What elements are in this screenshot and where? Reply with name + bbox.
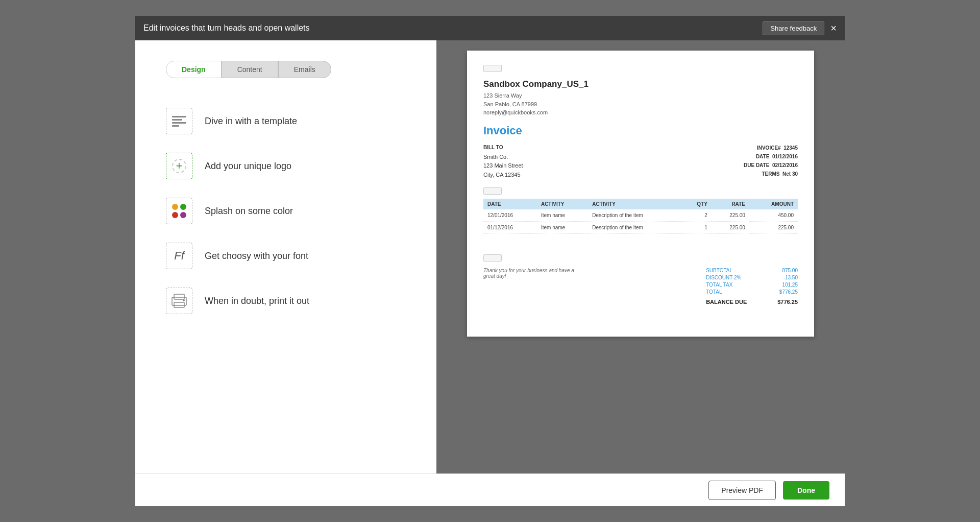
subtotal-row: SUBTOTAL 875.00 [706,268,798,273]
print-label: When in doubt, print it out [205,296,309,306]
bill-to-city: City, CA 12345 [483,171,523,180]
invoice-meta: BILL TO Smith Co. 123 Main Street City, … [483,144,798,180]
feature-template[interactable]: Dive in with a template [166,99,406,144]
dot-red [172,212,178,218]
font-label: Get choosy with your font [205,251,308,262]
th-qty: QTY [682,199,712,209]
logo-icon: + [166,153,192,179]
modal: Edit invoices that turn heads and open w… [135,16,845,506]
preview-pdf-button[interactable]: Preview PDF [708,481,776,500]
invoice-due-date-row: DUE DATE 02/12/2016 [744,161,798,170]
row1-date: 12/01/2016 [483,209,537,222]
total-tax-row: TOTAL TAX 101.25 [706,282,798,288]
row1-qty: 2 [682,209,712,222]
template-label: Dive in with a template [205,116,297,127]
template-line-3 [172,122,186,124]
th-date: DATE [483,199,537,209]
template-line-1 [172,116,186,117]
table-row: 12/01/2016 Item name Description of the … [483,209,798,222]
invoice-table-header: DATE ACTIVITY ACTIVITY QTY RATE AMOUNT [483,199,798,209]
tab-emails[interactable]: Emails [278,61,331,78]
total-value: $776.25 [779,289,798,295]
th-activity1: ACTIVITY [537,199,588,209]
th-activity2: ACTIVITY [588,199,681,209]
feature-color[interactable]: Splash on some color [166,188,406,233]
row2-rate: 225.00 [712,222,749,234]
header-actions: Share feedback × [763,21,837,35]
invoice-terms-row: TERMS Net 30 [744,170,798,178]
subtotal-value: 875.00 [782,268,798,273]
feature-list: Dive in with a template + Add your uniqu… [166,99,406,323]
invoice-table: DATE ACTIVITY ACTIVITY QTY RATE AMOUNT 1… [483,199,798,234]
company-city: San Pablo, CA 87999 [483,100,798,109]
invoice-date-value: 01/12/2016 [772,154,798,159]
subtotal-label: SUBTOTAL [706,268,732,273]
plus-icon: + [176,160,183,172]
feature-font[interactable]: Ff Get choosy with your font [166,233,406,278]
th-rate: RATE [712,199,749,209]
company-email: noreply@quickbooks.com [483,108,798,117]
dot-orange [172,204,178,210]
th-amount: AMOUNT [749,199,798,209]
invoice-terms-label: TERMS [762,171,779,177]
row2-activity: Item name [537,222,588,234]
invoice-terms-value: Net 30 [782,171,798,177]
modal-footer: Preview PDF Done [135,473,845,506]
template-line-2 [172,119,182,121]
tab-content[interactable]: Content [222,61,278,78]
feature-print[interactable]: When in doubt, print it out [166,278,406,323]
row1-activity: Item name [537,209,588,222]
invoice-number-label: INVOICE# [757,145,781,151]
discount-value: -13.50 [783,275,798,280]
close-button[interactable]: × [830,23,837,33]
row2-description: Description of the item [588,222,681,234]
invoice-preview: Sandbox Company_US_1 123 Sierra Way San … [467,51,814,337]
invoice-footer-row: Thank you for your business and have a g… [483,268,798,305]
total-tax-label: TOTAL TAX [706,282,732,288]
row1-description: Description of the item [588,209,681,222]
balance-due-row: BALANCE DUE $776.25 [706,299,798,305]
total-row: TOTAL $776.25 [706,289,798,295]
table-row: 01/12/2016 Item name Description of the … [483,222,798,234]
logo-plus-circle: + [172,159,186,173]
total-label: TOTAL [706,289,722,295]
left-panel: Design Content Emails [135,40,436,473]
invoice-footer-area: Thank you for your business and have a g… [483,254,798,305]
logo-label: Add your unique logo [205,161,291,172]
invoice-number-value: 12345 [783,145,798,151]
invoice-preview-panel: Sandbox Company_US_1 123 Sierra Way San … [436,40,845,473]
done-button[interactable]: Done [783,481,829,500]
invoice-due-date-label: DUE DATE [744,162,769,168]
company-street: 123 Sierra Way [483,91,798,100]
table-section-handle[interactable] [483,187,502,195]
company-section-handle[interactable] [483,65,502,72]
tab-design[interactable]: Design [166,61,222,78]
total-tax-value: 101.25 [782,282,798,288]
modal-header: Edit invoices that turn heads and open w… [135,16,845,40]
color-dots-grid [172,204,186,218]
table-header-row: DATE ACTIVITY ACTIVITY QTY RATE AMOUNT [483,199,798,209]
invoice-due-date-value: 02/12/2016 [772,162,798,168]
color-icon [166,198,192,224]
font-icon: Ff [166,243,192,269]
svg-rect-1 [174,294,184,299]
balance-due-label: BALANCE DUE [706,299,747,305]
print-icon-svg [170,292,188,310]
row2-qty: 1 [682,222,712,234]
bill-to-label: BILL TO [483,144,523,152]
discount-row: DISCOUNT 2% -13.50 [706,275,798,280]
invoice-table-body: 12/01/2016 Item name Description of the … [483,209,798,234]
balance-due-value: $776.25 [777,299,798,305]
print-icon [166,288,192,314]
bill-to-address: 123 Main Street [483,161,523,171]
company-address: 123 Sierra Way San Pablo, CA 87999 norep… [483,91,798,117]
template-icon-lines [172,116,186,127]
bill-to-name: Smith Co. [483,153,523,162]
company-name: Sandbox Company_US_1 [483,79,798,89]
feature-logo[interactable]: + Add your unique logo [166,144,406,188]
modal-title: Edit invoices that turn heads and open w… [143,23,310,33]
invoice-date-row: DATE 01/12/2016 [744,152,798,161]
footer-section-handle[interactable] [483,254,502,262]
share-feedback-button[interactable]: Share feedback [763,21,824,35]
invoice-number-row: INVOICE# 12345 [744,144,798,152]
